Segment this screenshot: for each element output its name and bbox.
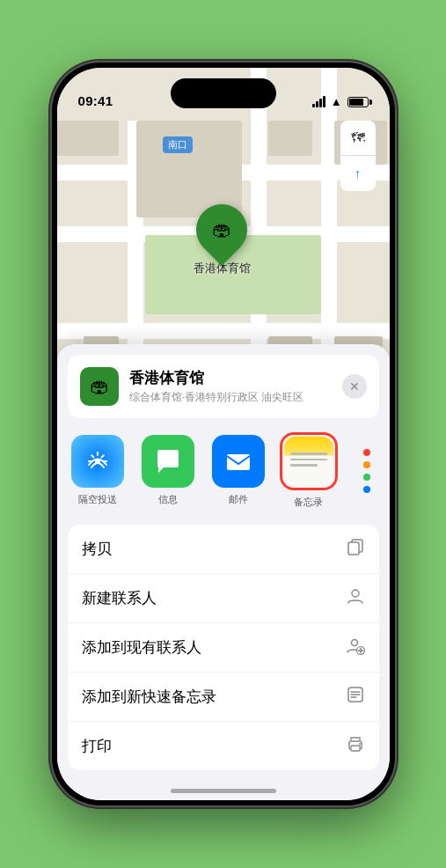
- share-apps-row: 隔空投送 信息: [57, 418, 390, 516]
- signal-bar-4: [323, 96, 325, 107]
- dot-red: [363, 449, 370, 456]
- home-bar: [171, 789, 276, 793]
- notes-icon: [284, 437, 333, 486]
- add-contact-label: 添加到现有联系人: [82, 637, 201, 658]
- svg-point-5: [351, 640, 357, 646]
- signal-bars-icon: [312, 96, 325, 107]
- share-item-notes[interactable]: 备忘录: [279, 432, 339, 509]
- dot-green: [363, 474, 370, 481]
- svg-rect-14: [351, 746, 360, 751]
- battery-icon: [347, 97, 369, 107]
- messages-icon: [142, 435, 194, 488]
- location-label: 南口: [163, 136, 193, 153]
- close-icon: ✕: [349, 379, 360, 394]
- map-block: [57, 121, 119, 156]
- map-block: [268, 121, 312, 156]
- battery-fill: [349, 99, 363, 106]
- airdrop-label: 隔空投送: [78, 493, 117, 506]
- action-print[interactable]: 打印: [68, 722, 379, 770]
- svg-point-4: [352, 590, 359, 597]
- action-quick-note[interactable]: 添加到新快速备忘录: [68, 673, 379, 722]
- map-controls: 🗺 ↑: [340, 121, 376, 191]
- new-contact-label: 新建联系人: [82, 588, 157, 608]
- svg-rect-1: [227, 454, 250, 470]
- share-item-messages[interactable]: 信息: [138, 435, 198, 506]
- messages-label: 信息: [158, 493, 178, 506]
- notes-line: [290, 464, 318, 467]
- mail-icon: [212, 435, 265, 488]
- pin-circle: 🏟: [186, 194, 258, 266]
- signal-bar-3: [319, 99, 322, 107]
- airdrop-icon: [71, 435, 124, 488]
- dot-blue: [363, 486, 370, 493]
- print-label: 打印: [82, 736, 112, 756]
- more-dots: [349, 445, 384, 497]
- svg-rect-3: [348, 542, 359, 555]
- venue-pin[interactable]: 🏟 香港体育馆: [194, 204, 251, 276]
- dot-orange: [363, 461, 370, 468]
- share-item-more[interactable]: [349, 445, 384, 497]
- venue-name: 香港体育馆: [129, 368, 304, 388]
- action-list: 拷贝 新建联系人: [68, 525, 379, 770]
- signal-bar-2: [316, 101, 318, 107]
- home-indicator: [57, 770, 390, 800]
- notes-line: [290, 452, 327, 455]
- svg-point-15: [359, 743, 361, 745]
- venue-subtitle: 综合体育馆·香港特别行政区 油尖旺区: [129, 390, 304, 405]
- print-icon: [346, 734, 365, 758]
- phone-screen: 09:41 ▲: [57, 68, 390, 800]
- quick-note-icon: [346, 685, 365, 709]
- status-time: 09:41: [78, 93, 113, 108]
- share-item-mail[interactable]: 邮件: [208, 435, 268, 506]
- venue-app-icon: 🏟: [80, 367, 119, 406]
- bottom-sheet: 🏟 香港体育馆 综合体育馆·香港特别行政区 油尖旺区 ✕: [57, 344, 390, 800]
- pin-icon: 🏟: [212, 218, 231, 241]
- copy-icon: [346, 537, 365, 561]
- action-new-contact[interactable]: 新建联系人: [68, 574, 379, 623]
- new-contact-icon: [346, 586, 365, 610]
- phone-frame: 09:41 ▲: [52, 63, 395, 805]
- add-contact-icon: [346, 636, 365, 659]
- mail-label: 邮件: [229, 493, 248, 506]
- notes-label: 备忘录: [294, 496, 323, 509]
- map-type-button[interactable]: 🗺: [340, 121, 376, 156]
- venue-card: 🏟 香港体育馆 综合体育馆·香港特别行政区 油尖旺区 ✕: [68, 355, 379, 418]
- venue-info: 🏟 香港体育馆 综合体育馆·香港特别行政区 油尖旺区: [80, 367, 304, 406]
- status-icons: ▲: [312, 95, 369, 108]
- location-label-text: 南口: [168, 139, 187, 150]
- map-block: [136, 121, 242, 217]
- action-add-to-contact[interactable]: 添加到现有联系人: [68, 623, 379, 673]
- close-button[interactable]: ✕: [342, 374, 367, 399]
- signal-bar-1: [312, 104, 315, 107]
- location-button[interactable]: ↑: [340, 156, 376, 191]
- notes-highlight: [280, 432, 338, 490]
- copy-label: 拷贝: [82, 539, 112, 559]
- action-copy[interactable]: 拷贝: [68, 525, 379, 574]
- wifi-icon: ▲: [331, 95, 342, 108]
- notes-line: [290, 459, 327, 461]
- venue-text: 香港体育馆 综合体育馆·香港特别行政区 油尖旺区: [129, 368, 304, 405]
- quick-note-label: 添加到新快速备忘录: [82, 687, 216, 707]
- share-item-airdrop[interactable]: 隔空投送: [68, 435, 128, 506]
- dynamic-island: [171, 78, 276, 108]
